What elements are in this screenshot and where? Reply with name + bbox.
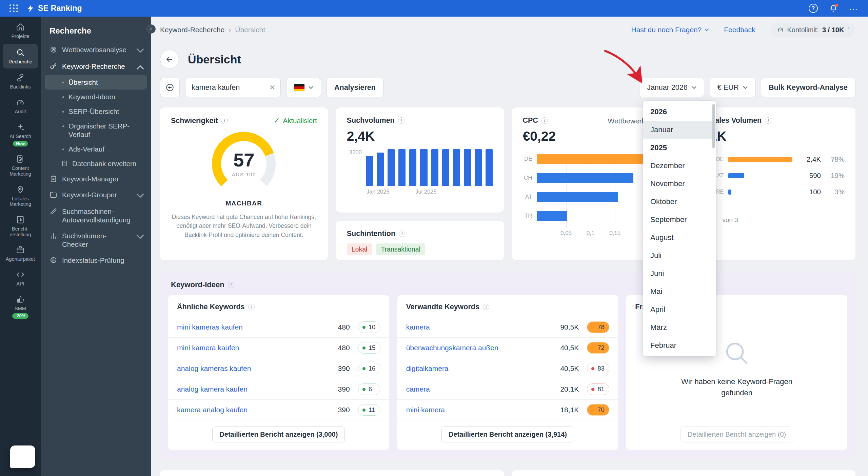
sidebar-item-berichterstellung[interactable]: Bericht-erstellung [0, 211, 41, 241]
info-icon[interactable] [541, 117, 548, 124]
difficulty-score: 16 [369, 365, 376, 372]
submenu-item-uebersicht[interactable]: Übersicht [45, 75, 147, 90]
search-empty-icon [722, 339, 751, 368]
keyword-input[interactable] [185, 78, 281, 97]
account-limit-badge[interactable]: Kontolimit: 3 / 10K i [770, 23, 855, 37]
limit-value: 3 / 10K [822, 26, 844, 34]
feedback-link[interactable]: Feedback [724, 26, 755, 34]
keyword-link[interactable]: mini kameras kaufen [177, 323, 319, 331]
chat-widget-button[interactable] [10, 445, 35, 468]
keyword-link[interactable]: camera [406, 385, 548, 393]
keyword-link[interactable]: kamera analog kaufen [177, 406, 319, 414]
sidebar-collapse-button[interactable]: ‹ [146, 24, 156, 34]
sidebar-item-api[interactable]: API [0, 266, 41, 291]
sidebar-item-ai-search[interactable]: AI Search New [0, 119, 41, 151]
breadcrumb-parent[interactable]: Keyword-Recherche [160, 26, 224, 34]
sidebar-item-label: Audit [15, 109, 26, 115]
submenu-item-label: Indexstatus-Prüfung [62, 256, 124, 264]
volume-bar [442, 149, 449, 186]
keyword-link[interactable]: analog kameras kaufen [177, 364, 319, 373]
dropdown-scrollbar[interactable] [712, 104, 715, 148]
dropdown-month[interactable]: August [643, 229, 716, 246]
difficulty-dot-icon [591, 409, 594, 412]
submenu-item-organischer-serp-verlauf[interactable]: Organischer SERP-Verlauf [41, 119, 151, 142]
info-icon[interactable] [483, 304, 489, 310]
info-icon[interactable] [399, 231, 405, 237]
info-icon[interactable] [228, 282, 234, 288]
dropdown-month[interactable]: Oktober [643, 193, 716, 211]
difficulty-description: Dieses Keyword hat gute Chancen auf hohe… [171, 213, 317, 239]
keyword-link[interactable]: analog kamera kaufen [177, 385, 319, 393]
database-icon [61, 160, 68, 167]
country-label: TR [523, 213, 537, 219]
analyze-button[interactable]: Analysieren [327, 78, 383, 97]
search-volume-card: Suchvolumen 2,4K 3200 Jan 2025 Jul 2025 [336, 107, 504, 213]
volume-bar [398, 149, 406, 186]
keyword-row: mini kamera 18,1K 70 [397, 399, 618, 420]
submenu-item-datenbank-erweitern[interactable]: Datenbank erweitern [41, 156, 151, 171]
info-icon[interactable] [765, 117, 771, 124]
submenu-item-suchvolumen-checker[interactable]: Suchvolumen-Checker [41, 228, 151, 252]
add-keyword-button[interactable] [160, 78, 180, 97]
difficulty-score: 6 [369, 385, 372, 393]
period-select[interactable]: Januar 2026 [639, 78, 704, 97]
page-content: Übersicht ✕ Analysieren Januar 2026 [151, 50, 868, 476]
detailed-report-button[interactable]: Detaillierten Bericht anzeigen (3,000) [212, 427, 345, 442]
currency-select[interactable]: € EUR [710, 78, 755, 97]
sidebar-item-recherche[interactable]: Recherche [3, 44, 38, 69]
submenu-item-suchmaschinen-autovervollstaendigung[interactable]: Suchmaschinen-Autovervollständigung [41, 203, 151, 228]
keyword-row: kamera analog kaufen 390 11 [168, 399, 389, 420]
info-icon[interactable] [248, 304, 255, 310]
document-pencil-icon [16, 155, 25, 163]
submenu-item-wettbewerbsanalyse[interactable]: Wettbewerbsanalyse [41, 42, 151, 58]
back-button[interactable] [160, 50, 179, 69]
sidebar-item-backlinks[interactable]: Backlinks [0, 69, 41, 94]
dropdown-month-selected[interactable]: Januar [643, 121, 716, 139]
notifications-bell-icon[interactable] [829, 4, 837, 13]
sidebar-item-lokales-marketing[interactable]: Lokales Marketing [0, 181, 41, 211]
dropdown-month[interactable]: Dezember [643, 157, 716, 175]
submenu-item-indexstatus-pruefung[interactable]: Indexstatus-Prüfung [41, 252, 151, 268]
submenu-item-serp-uebersicht[interactable]: SERP-Übersicht [41, 104, 151, 119]
submenu-item-keyword-manager[interactable]: Keyword-Manager [41, 171, 151, 187]
help-icon[interactable]: ? [809, 4, 818, 13]
more-menu-icon[interactable]: … [849, 3, 859, 14]
detailed-report-button[interactable]: Detaillierten Bericht anzeigen (3,914) [441, 427, 574, 442]
dropdown-month[interactable]: Mai [643, 282, 716, 300]
submenu-item-keyword-grouper[interactable]: Keyword-Grouper [41, 187, 151, 203]
submenu-item-label: Suchvolumen-Checker [62, 232, 123, 249]
submenu-item-keyword-ideen[interactable]: Keyword-Ideen [41, 90, 151, 104]
keyword-link[interactable]: mini kamera [406, 406, 548, 414]
sidebar-item-label: Recherche [8, 59, 32, 65]
clear-input-icon[interactable]: ✕ [269, 83, 275, 92]
brand-logo[interactable]: SE Ranking [27, 4, 82, 13]
difficulty-card: Schwierigkeit ✓ Aktualisiert 57 AUS 100 [160, 107, 328, 260]
clipboard-icon [50, 175, 57, 183]
region-select[interactable] [286, 78, 321, 97]
questions-dropdown[interactable]: Hast du noch Fragen? [631, 26, 709, 34]
dropdown-month[interactable]: September [643, 211, 716, 229]
keyword-link[interactable]: kamera [406, 323, 548, 331]
volume-bar [486, 149, 493, 186]
submenu-item-keyword-recherche[interactable]: Keyword-Recherche [41, 58, 151, 75]
keyword-link[interactable]: digitalkamera [406, 364, 548, 373]
sidebar-item-agenturpaket[interactable]: Agenturpaket [0, 241, 41, 266]
dropdown-month[interactable]: Juni [643, 264, 716, 282]
dropdown-month[interactable]: Juli [643, 246, 716, 264]
dropdown-month[interactable]: November [643, 175, 716, 193]
dropdown-month[interactable]: März [643, 318, 716, 336]
sidebar-item-smm[interactable]: SMM -20% [0, 291, 41, 323]
info-icon[interactable] [398, 117, 405, 124]
sidebar-item-audit[interactable]: Audit [0, 94, 41, 119]
keyword-link[interactable]: überwachungskamera außen [406, 344, 548, 352]
dropdown-month[interactable]: Februar [643, 336, 716, 354]
sidebar-item-content-marketing[interactable]: Content Marketing [0, 151, 41, 181]
app-grid-icon[interactable] [9, 4, 18, 12]
dropdown-month[interactable]: April [643, 300, 716, 318]
info-icon[interactable] [221, 118, 228, 124]
submenu-item-ads-verlauf[interactable]: Ads-Verlauf [41, 142, 151, 156]
keyword-link[interactable]: mini kamera kaufen [177, 344, 319, 352]
card-title: Schwierigkeit [171, 117, 218, 125]
sidebar-item-projekte[interactable]: Projekte [0, 19, 41, 43]
bulk-analysis-button[interactable]: Bulk Keyword-Analyse [761, 78, 855, 97]
